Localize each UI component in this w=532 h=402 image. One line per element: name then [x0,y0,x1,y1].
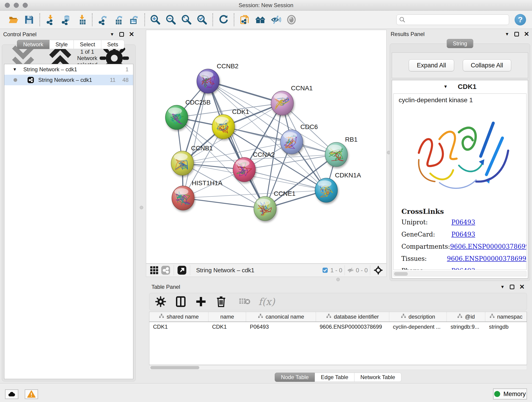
export-table-button[interactable] [112,13,125,26]
table-panel-menu-button[interactable]: ▼ [500,284,505,289]
tab-style[interactable]: Style [50,40,74,49]
network-node-CCNE1[interactable] [254,196,276,221]
zoom-selected-button[interactable] [196,13,209,26]
table-panel-close-button[interactable]: ✕ [519,285,525,289]
export-network-button[interactable] [96,13,109,26]
tab-network-table[interactable]: Network Table [355,373,401,382]
network-node-CCNB1[interactable] [171,151,194,175]
function-builder-button[interactable]: f(x) [259,295,275,308]
tab-select[interactable]: Select [74,40,101,49]
tab-network[interactable]: Network [17,40,50,49]
table-cell[interactable]: 9606.ENSP00000378699 [316,322,389,332]
selected-checkbox-icon[interactable] [322,267,329,274]
crosslink-link[interactable]: P06493 [451,219,475,226]
table-cell[interactable]: cyclin-dependent ... [389,322,447,332]
table-panel-float-button[interactable] [510,285,514,289]
network-row[interactable]: String Network – cdk1 11 48 [4,75,133,85]
import-network-button[interactable] [44,13,57,26]
create-column-button[interactable] [195,295,207,308]
memory-button[interactable]: Memory [493,389,527,400]
results-panel-float-button[interactable] [514,32,519,36]
column-header-namespac[interactable]: namespac [485,312,527,322]
network-node-CDK1[interactable] [212,115,234,139]
table-horizontal-scrollbar[interactable] [149,365,527,370]
table-cell[interactable]: CDK1 [149,322,209,332]
network-node-HIST1H1A[interactable] [172,186,194,210]
show-columns-button[interactable] [175,295,187,308]
warnings-button[interactable] [25,389,38,399]
tab-edge-table[interactable]: Edge Table [315,373,355,382]
column-header-canonical-name[interactable]: canonical name [246,312,316,322]
collapse-all-button[interactable]: Collapse All [463,59,511,71]
hide-panels-button[interactable] [269,13,283,26]
crosslinks-section: CrossLinks Uniprot:P06493GeneCard:P06493… [394,207,526,270]
inactive-eye-button[interactable] [285,13,298,26]
export-image-button[interactable] [127,13,141,26]
column-header-shared-name[interactable]: shared name [149,312,209,322]
tab-node-table[interactable]: Node Table [275,373,315,382]
zoom-fit-button[interactable] [180,13,193,26]
column-header-database-identifier[interactable]: database identifier [316,312,389,322]
delete-column-button[interactable] [215,295,227,308]
expand-all-button[interactable]: Expand All [409,59,454,71]
crosslink-link[interactable]: P06493 [451,267,475,270]
control-panel-menu-button[interactable]: ▼ [110,32,114,37]
results-panel: Results Panel ▼ ✕ String Expand All Coll… [390,30,530,281]
table-cell[interactable]: P06493 [246,322,316,332]
results-panel-menu-button[interactable]: ▼ [505,32,509,37]
network-node-CCNA1[interactable] [271,91,293,115]
zoom-in-button[interactable] [149,13,162,26]
search-input[interactable] [407,17,507,23]
network-node-CCNB2[interactable] [197,69,219,93]
import-database-button[interactable] [59,13,73,26]
network-node-CDC6[interactable] [280,130,303,154]
table-row[interactable]: CDK1CDK1P064939606.ENSP00000378699cyclin… [149,322,527,332]
network-node-RB1[interactable] [325,142,348,167]
crosslink-link[interactable]: 9606.ENSP00000378699 [450,243,526,250]
string-import-button[interactable] [238,13,251,26]
network-node-CCNA2[interactable] [233,157,255,182]
node-label-HIST1H1A: HIST1H1A [192,179,222,186]
import-table-button[interactable] [75,13,88,26]
table-cell[interactable]: CDK1 [209,322,246,332]
string-network-graph[interactable]: CCNB2CCNA1CDC25BCDK1CDC6RB1CCNB1CCNA2CDK… [146,30,386,263]
delete-table-button[interactable] [238,295,251,308]
left-splitter-handle[interactable] [140,206,143,209]
tab-sets[interactable]: Sets [101,40,124,49]
column-header-@id[interactable]: @id [447,312,485,322]
column-header-description[interactable]: description [389,312,447,322]
grid-view-button[interactable] [148,265,160,275]
open-session-button[interactable] [7,13,20,26]
control-panel-close-button[interactable]: ✕ [129,32,134,37]
table-cell[interactable]: stringdb:9... [447,322,485,332]
table-cell[interactable]: stringdb [485,322,527,332]
results-horizontal-scrollbar[interactable] [393,271,526,276]
search-field[interactable] [396,14,509,25]
control-panel-float-button[interactable] [119,32,124,37]
column-header-name[interactable]: name [209,312,246,322]
collection-expander-icon[interactable]: ▼ [13,67,17,72]
tab-string[interactable]: String [447,39,473,48]
birds-eye-view-button[interactable] [373,265,384,275]
node-table[interactable]: shared namenamecanonical namedatabase id… [149,312,527,365]
protein-name: CDK1 [458,83,476,90]
protein-expander-icon[interactable]: ▼ [443,84,448,89]
bottom-splitter-handle[interactable] [336,278,340,281]
network-node-CDKN1A[interactable] [315,178,337,202]
network-collection-row[interactable]: ▼ String Network – cdk1 1 [4,64,133,75]
share-view-button[interactable] [160,265,171,275]
crosslink-link[interactable]: 9606.ENSP00000378699 [447,255,526,262]
refresh-button[interactable] [217,13,230,26]
crosslink-link[interactable]: P06493 [451,231,475,238]
crosslink-row: Compartments:9606.ENSP00000378699 [401,243,526,250]
network-canvas[interactable]: CCNB2CCNA1CDC25BCDK1CDC6RB1CCNB1CCNA2CDK… [146,30,386,264]
zoom-out-button[interactable] [164,13,177,26]
network-node-CDC25B[interactable] [165,105,188,129]
results-panel-close-button[interactable]: ✕ [524,32,529,36]
save-session-button[interactable] [22,13,36,26]
cloud-status-button[interactable] [5,389,18,399]
help-button[interactable]: ? [515,14,526,26]
birds-eye-button[interactable] [254,13,267,26]
detach-view-button[interactable] [176,265,188,275]
table-settings-gear-button[interactable] [154,295,167,308]
